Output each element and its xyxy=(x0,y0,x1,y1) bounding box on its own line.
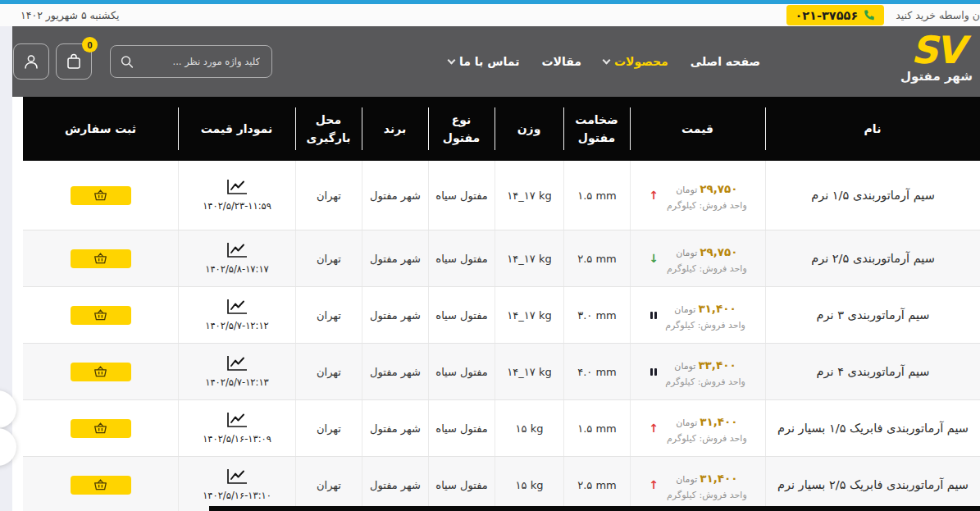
price-chart-cell: ۱۴۰۲/۵/۸-۱۷:۱۷ xyxy=(178,230,295,286)
weight-cell: ۱۴_۱۷ kg xyxy=(495,344,563,399)
column-header: ضخامت مفتول xyxy=(563,97,630,161)
location-cell: تهران xyxy=(295,344,362,399)
column-header: نمودار قیمت xyxy=(178,97,295,161)
order-button[interactable] xyxy=(71,306,131,325)
product-name-cell: سیم آرماتوربندی فابریک ۲/۵ بسیار نرم xyxy=(765,457,980,511)
table-body: سیم آرماتوربندی ۱/۵ نرم۲۹,۷۵۰تومانواحد ف… xyxy=(23,161,980,511)
table-header-row: نامقیمتضخامت مفتولوزننوع مفتولبرندمحل با… xyxy=(23,97,980,161)
line-chart-icon[interactable] xyxy=(226,355,248,372)
nav-item-link[interactable]: صفحه اصلی xyxy=(691,55,760,68)
logo[interactable]: SV شهر مفتول xyxy=(875,31,980,84)
weight-cell: ۱۴_۱۷ kg xyxy=(495,230,563,286)
table-row: سیم آرماتوربندی فابریک ۲/۵ بسیار نرم۳۱,۴… xyxy=(23,457,980,511)
promo-text: ن واسطه خرید کنید xyxy=(896,9,980,21)
column-header: قیمت xyxy=(630,97,765,161)
price-block: ۳۱,۴۰۰تومانواحد فروش: کیلوگرم xyxy=(667,470,747,500)
price-value: ۳۱,۴۰۰ xyxy=(700,472,737,485)
line-chart-icon[interactable] xyxy=(226,299,248,316)
price-chart-cell: ۱۴۰۲/۵/۱۶-۱۳:۰۹ xyxy=(178,400,295,456)
price-block: ۲۹,۷۵۰تومانواحد فروش: کیلوگرم xyxy=(667,244,747,274)
column-header: ثبت سفارش xyxy=(23,97,178,161)
logo-mark: SV xyxy=(875,31,980,69)
trend-flat-icon xyxy=(650,312,657,319)
nav-item-label: محصولات xyxy=(614,55,668,68)
column-header: وزن xyxy=(495,97,563,161)
price-cell: ۲۹,۷۵۰تومانواحد فروش: کیلوگرم↑ xyxy=(630,161,765,230)
line-chart-icon[interactable] xyxy=(226,179,248,196)
line-chart-icon[interactable] xyxy=(226,412,248,429)
price-block: ۳۳,۴۰۰تومانواحد فروش: کیلوگرم xyxy=(665,357,745,387)
line-chart-icon[interactable] xyxy=(226,468,248,486)
cart-button[interactable]: 0 xyxy=(56,43,92,80)
chart-last-update: ۱۴۰۲/۵/۲۳-۱۱:۵۹ xyxy=(203,200,271,212)
table-row: سیم آرماتوربندی ۴ نرم۳۳,۴۰۰تومانواحد فرو… xyxy=(23,344,980,400)
price-cell: ۳۱,۴۰۰تومانواحد فروش: کیلوگرم xyxy=(630,287,765,343)
thickness-cell: ۱.۵ mm xyxy=(563,400,630,456)
chart-last-update: ۱۴۰۲/۵/۱۶-۱۳:۱۰ xyxy=(203,490,271,501)
trend-up-icon: ↑ xyxy=(649,422,659,434)
sale-unit-label: واحد فروش: کیلوگرم xyxy=(665,376,745,387)
thickness-cell: ۳.۰ mm xyxy=(563,287,630,343)
nav-item-label: صفحه اصلی xyxy=(691,55,760,68)
basket-icon xyxy=(93,309,107,321)
chart-last-update: ۱۴۰۲/۵/۷-۱۲:۱۲ xyxy=(205,320,269,331)
column-header: برند xyxy=(362,97,428,161)
cart-count-badge: 0 xyxy=(82,37,98,52)
nav-item-link[interactable]: تماس با ما xyxy=(449,55,519,68)
products-table: نامقیمتضخامت مفتولوزننوع مفتولبرندمحل با… xyxy=(23,97,980,511)
thickness-cell: ۱.۵ mm xyxy=(563,161,630,230)
basket-icon xyxy=(93,189,107,201)
price-line: ۲۹,۷۵۰تومان xyxy=(667,244,747,259)
price-chart-cell: ۱۴۰۲/۵/۷-۱۲:۱۲ xyxy=(178,287,295,343)
wire-type-cell: مفتول سیاه xyxy=(428,287,495,343)
wire-type-cell: مفتول سیاه xyxy=(428,457,495,511)
sale-unit-label: واحد فروش: کیلوگرم xyxy=(667,263,747,274)
trend-up-icon: ↑ xyxy=(649,189,659,201)
sale-unit-label: واحد فروش: کیلوگرم xyxy=(667,200,747,211)
price-block: ۳۱,۴۰۰تومانواحد فروش: کیلوگرم xyxy=(665,300,745,331)
order-button[interactable] xyxy=(71,476,131,495)
sale-unit-label: واحد فروش: کیلوگرم xyxy=(667,433,747,444)
price-line: ۳۳,۴۰۰تومان xyxy=(665,357,745,372)
floating-widget-button[interactable] xyxy=(0,428,16,466)
trend-up-icon: ↑ xyxy=(649,479,659,490)
order-button[interactable] xyxy=(71,419,131,438)
floating-widget-button[interactable] xyxy=(0,390,16,428)
user-account-button[interactable] xyxy=(13,43,49,80)
currency-label: تومان xyxy=(676,248,697,258)
column-header: محل بارگیری xyxy=(295,97,362,161)
phone-badge[interactable]: ۰۲۱-۳۷۵۵۶ xyxy=(786,5,884,25)
product-name-cell: سیم آرماتوربندی ۲/۵ نرم xyxy=(765,230,980,286)
line-chart-icon[interactable] xyxy=(226,242,248,259)
order-button[interactable] xyxy=(71,186,131,205)
product-name-cell: سیم آرماتوربندی ۴ نرم xyxy=(765,344,980,399)
trend-down-icon: ↓ xyxy=(649,253,659,264)
trend-flat-icon xyxy=(650,368,657,376)
location-cell: تهران xyxy=(295,400,362,456)
price-value: ۳۱,۴۰۰ xyxy=(698,302,736,315)
price-line: ۳۱,۴۰۰تومان xyxy=(667,413,747,429)
column-header: نام xyxy=(765,97,980,161)
thickness-cell: ۲.۵ mm xyxy=(563,457,630,511)
product-name-cell: سیم آرماتوربندی ۱/۵ نرم xyxy=(765,161,980,230)
order-button[interactable] xyxy=(71,249,131,268)
price-cell: ۳۳,۴۰۰تومانواحد فروش: کیلوگرم xyxy=(630,344,765,399)
weight-cell: ۱۴_۱۷ kg xyxy=(495,161,563,230)
thickness-cell: ۲.۵ mm xyxy=(563,230,630,286)
location-cell: تهران xyxy=(295,161,362,230)
site-header: SV شهر مفتول صفحه اصلیمحصولاتمقالاتتماس … xyxy=(0,26,980,97)
basket-icon xyxy=(93,366,107,377)
price-chart-cell: ۱۴۰۲/۵/۲۳-۱۱:۵۹ xyxy=(178,161,295,230)
nav-item-link[interactable]: مقالات xyxy=(541,55,581,68)
currency-label: تومان xyxy=(676,185,697,195)
basket-icon xyxy=(93,479,107,490)
search-input[interactable] xyxy=(111,46,271,77)
order-cell xyxy=(23,230,178,286)
price-block: ۲۹,۷۵۰تومانواحد فروش: کیلوگرم xyxy=(667,180,747,211)
phone-icon xyxy=(864,9,876,21)
header-tools: 0 xyxy=(13,43,272,80)
order-cell xyxy=(23,161,178,230)
nav-item-active[interactable]: محصولات xyxy=(604,55,668,68)
order-button[interactable] xyxy=(71,363,131,381)
price-line: ۳۱,۴۰۰تومان xyxy=(667,470,747,486)
